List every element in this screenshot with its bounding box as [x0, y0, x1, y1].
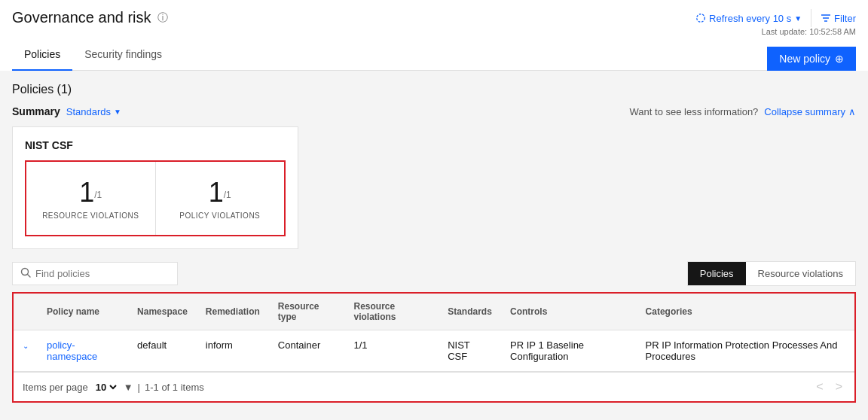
table-header-row: Policy name Namespace Remediation Resour… [14, 294, 854, 330]
remediation-column-header: Remediation [197, 294, 269, 330]
expand-column-header [14, 294, 38, 330]
policy-violations-cell: 1/1 POLICY VIOLATIONS [156, 162, 285, 235]
policy-violation-value: 1/1 [168, 177, 273, 208]
last-update-time: 10:52:58 AM [809, 27, 856, 36]
nist-csf-card: NIST CSF 1/1 RESOURCE VIOLATIONS 1/1 POL… [12, 126, 298, 249]
standards-label: Standards [66, 106, 111, 117]
resource-violation-number: 1 [79, 177, 94, 208]
namespace-cell: default [128, 330, 197, 372]
resource-violation-value: 1/1 [38, 177, 143, 208]
filter-button[interactable]: Filter [821, 13, 856, 24]
prev-page-button[interactable]: < [813, 380, 826, 394]
resource-violations-cell: 1/1 [344, 330, 439, 372]
chevron-down-icon[interactable]: ▼ [794, 14, 802, 23]
collapse-icon: ∧ [848, 106, 856, 117]
summary-label: Summary [12, 105, 60, 117]
nist-card-title: NIST CSF [25, 139, 286, 151]
standards-dropdown-button[interactable]: Standards ▼ [66, 106, 121, 117]
chevron-select-icon: ▼ [124, 382, 133, 393]
categories-cell: PR IP Information Protection Processes A… [637, 330, 854, 372]
search-and-toggle: Policies Resource violations [12, 261, 856, 286]
new-policy-button[interactable]: New policy ⊕ [767, 47, 856, 71]
policy-name-link[interactable]: policy-namespace [47, 339, 97, 362]
svg-line-5 [28, 275, 31, 278]
toggle-policies-button[interactable]: Policies [688, 262, 746, 285]
namespace-column-header: Namespace [128, 294, 197, 330]
categories-column-header: Categories [637, 294, 854, 330]
svg-point-0 [697, 14, 705, 23]
controls-column-header: Controls [501, 294, 637, 330]
footer-right: < > [813, 380, 845, 394]
policies-table-container: Policy name Namespace Remediation Resour… [12, 292, 856, 403]
tab-security-findings[interactable]: Security findings [72, 39, 174, 71]
search-input[interactable] [35, 268, 170, 279]
controls-cell: PR IP 1 Baseline Configuration [501, 330, 637, 372]
range-label: 1-1 of 1 items [145, 382, 204, 393]
summary-right: Want to see less information? Collapse s… [630, 106, 856, 117]
title-text: Governance and risk [12, 9, 151, 26]
next-page-button[interactable]: > [833, 380, 845, 394]
policy-name-cell: policy-namespace [38, 330, 128, 372]
last-update-label: Last update: [762, 27, 808, 36]
pipe-separator: | [138, 382, 140, 393]
search-icon [20, 267, 31, 280]
footer-left: Items per page 10 20 50 ▼ | 1-1 of 1 ite… [23, 381, 204, 394]
resource-type-column-header: Resource type [269, 294, 345, 330]
table-row: ⌄ policy-namespace default inform Contai… [14, 330, 854, 372]
row-expand-icon[interactable]: ⌄ [23, 342, 29, 350]
refresh-label: Refresh every 10 s [709, 13, 791, 24]
toggle-resource-violations-button[interactable]: Resource violations [746, 262, 855, 285]
resource-violation-denom: /1 [94, 190, 102, 200]
tab-list: Policies Security findings [12, 39, 856, 71]
standards-column-header: Standards [439, 294, 501, 330]
tabs-section: Policies Security findings New policy ⊕ [0, 39, 868, 71]
collapse-label: Collapse summary [764, 106, 845, 117]
refresh-icon [695, 13, 706, 23]
view-toggle: Policies Resource violations [687, 261, 856, 286]
resource-violations-column-header: Resource violations [344, 294, 439, 330]
filter-icon [821, 13, 831, 23]
info-icon[interactable]: ⓘ [157, 11, 168, 25]
table-footer: Items per page 10 20 50 ▼ | 1-1 of 1 ite… [14, 372, 854, 401]
collapse-prompt: Want to see less information? [630, 106, 759, 117]
policy-violation-denom: /1 [224, 190, 231, 200]
resource-violations-cell: 1/1 RESOURCE VIOLATIONS [26, 162, 156, 235]
collapse-summary-button[interactable]: Collapse summary ∧ [764, 106, 856, 117]
filter-label: Filter [834, 13, 856, 24]
policy-violation-label: POLICY VIOLATIONS [168, 212, 273, 220]
search-box [12, 262, 178, 285]
policies-heading: Policies (1) [12, 83, 856, 96]
last-update: Last update: 10:52:58 AM [0, 27, 868, 39]
main-content: Policies (1) Summary Standards ▼ Want to… [0, 71, 868, 415]
tab-policies[interactable]: Policies [12, 39, 72, 71]
policies-table: Policy name Namespace Remediation Resour… [14, 294, 854, 372]
standards-cell: NIST CSF [439, 330, 501, 372]
remediation-cell: inform [197, 330, 269, 372]
refresh-button[interactable]: Refresh every 10 s ▼ [695, 13, 802, 24]
per-page-select[interactable]: 10 20 50 [93, 381, 119, 394]
violations-container: 1/1 RESOURCE VIOLATIONS 1/1 POLICY VIOLA… [25, 160, 286, 236]
standards-chevron-icon: ▼ [114, 108, 121, 116]
policy-name-column-header: Policy name [38, 294, 128, 330]
top-bar-right: Refresh every 10 s ▼ Filter [695, 9, 856, 27]
resource-type-cell: Container [269, 330, 345, 372]
resource-violation-label: RESOURCE VIOLATIONS [38, 212, 143, 220]
summary-left: Summary Standards ▼ [12, 105, 121, 117]
summary-bar: Summary Standards ▼ Want to see less inf… [12, 105, 856, 117]
page-title: Governance and risk ⓘ [12, 9, 168, 26]
plus-icon: ⊕ [835, 53, 844, 65]
items-per-page-label: Items per page [23, 382, 88, 393]
policy-violation-number: 1 [209, 177, 224, 208]
new-policy-label: New policy [779, 53, 830, 65]
vertical-divider [811, 9, 811, 27]
row-expand-cell: ⌄ [14, 330, 38, 372]
